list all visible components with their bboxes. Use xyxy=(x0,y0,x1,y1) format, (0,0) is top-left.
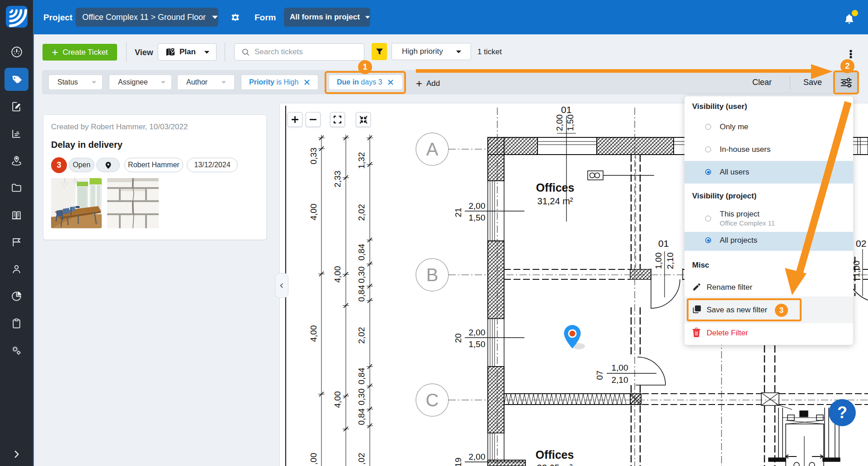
svg-text:0,30: 0,30 xyxy=(357,389,366,405)
svg-text:01: 01 xyxy=(658,238,669,249)
svg-text:1,00: 1,00 xyxy=(654,253,663,269)
svg-text:4,00: 4,00 xyxy=(333,266,342,283)
svg-text:0,84: 0,84 xyxy=(357,285,366,301)
svg-text:0,84: 0,84 xyxy=(357,244,366,260)
svg-text:2,10: 2,10 xyxy=(612,375,628,385)
svg-text:0,84: 0,84 xyxy=(357,408,366,425)
svg-text:,00: ,00 xyxy=(309,453,318,465)
svg-text:2,33: 2,33 xyxy=(333,171,342,188)
svg-text:31,24 m²: 31,24 m² xyxy=(538,196,573,206)
svg-text:19: 19 xyxy=(453,457,463,466)
svg-text:21: 21 xyxy=(453,207,463,217)
svg-text:Offices: Offices xyxy=(536,181,575,194)
svg-text:2,10: 2,10 xyxy=(665,253,675,269)
svg-text:A: A xyxy=(426,139,439,159)
svg-text:20: 20 xyxy=(453,333,463,343)
svg-text:2,00: 2,00 xyxy=(469,328,486,337)
svg-text:01: 01 xyxy=(561,104,571,115)
svg-text:4,00: 4,00 xyxy=(309,204,318,221)
svg-text:2,02: 2,02 xyxy=(357,204,366,221)
svg-text:Offices: Offices xyxy=(536,448,574,461)
svg-text:2,00: 2,00 xyxy=(469,201,486,211)
svg-text:1,32: 1,32 xyxy=(357,152,366,169)
svg-text:1,50: 1,50 xyxy=(469,213,486,222)
svg-text:2,00: 2,00 xyxy=(469,452,486,461)
svg-text:0,33: 0,33 xyxy=(309,148,318,165)
svg-text:0,30: 0,30 xyxy=(357,267,366,283)
svg-text:1,50: 1,50 xyxy=(469,339,486,349)
svg-text:2,02: 2,02 xyxy=(357,327,366,344)
svg-text:02: 02 xyxy=(856,238,866,249)
svg-text:,02: ,02 xyxy=(357,453,366,465)
svg-text:1,00: 1,00 xyxy=(852,261,861,278)
svg-text:4,00: 4,00 xyxy=(333,391,342,408)
svg-text:1,50: 1,50 xyxy=(566,114,575,131)
svg-text:C: C xyxy=(426,390,439,410)
svg-text:07: 07 xyxy=(595,370,604,380)
svg-text:32,65 m²: 32,65 m² xyxy=(537,463,573,466)
svg-text:B: B xyxy=(426,265,439,285)
svg-text:4,00: 4,00 xyxy=(309,325,318,342)
svg-text:2,00: 2,00 xyxy=(555,114,564,131)
svg-text:1,00: 1,00 xyxy=(612,363,628,372)
svg-text:0,84: 0,84 xyxy=(357,367,366,384)
